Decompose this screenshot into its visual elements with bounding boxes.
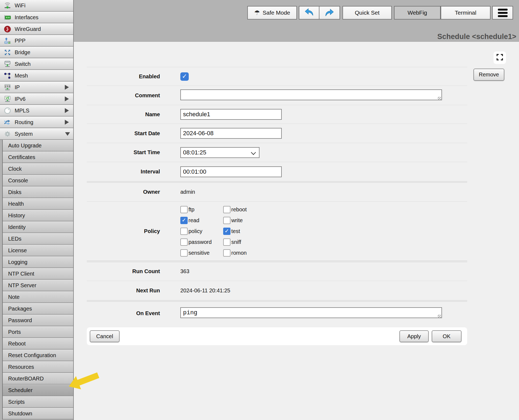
policy-option-label: romon <box>231 250 247 256</box>
checkbox-icon[interactable] <box>180 228 188 235</box>
comment-row: Comment <box>87 86 467 105</box>
sub-item-label: RouterBOARD <box>8 376 44 382</box>
sidebar-item-leds[interactable]: LEDs <box>3 233 73 245</box>
start-time-label: Start Time <box>87 149 160 156</box>
checkbox-icon[interactable] <box>223 228 230 235</box>
fullscreen-button[interactable] <box>494 51 506 64</box>
sidebar-item-label: IPv6 <box>15 96 25 102</box>
checkbox-icon[interactable] <box>180 238 188 246</box>
sidebar-item-identity[interactable]: Identity <box>3 221 73 233</box>
name-input[interactable] <box>180 109 282 120</box>
policy-ftp[interactable]: ftp <box>180 206 223 213</box>
policy-write[interactable]: write <box>223 217 283 224</box>
sidebar-item-reset-configuration[interactable]: Reset Configuration <box>3 350 73 361</box>
start-time-select[interactable]: 08:01:25 <box>180 147 260 158</box>
sidebar-item-note[interactable]: Note <box>3 291 73 303</box>
sidebar-item-license[interactable]: License <box>3 245 73 256</box>
owner-value: admin <box>180 189 195 195</box>
apply-button[interactable]: Apply <box>399 330 429 342</box>
routing-icon <box>4 119 11 126</box>
tab-terminal[interactable]: Terminal <box>441 6 491 20</box>
on-event-label: On Event <box>87 310 160 316</box>
policy-sniff[interactable]: sniff <box>223 238 283 246</box>
sidebar-item-label: PPP <box>15 38 25 44</box>
checkbox-icon[interactable] <box>180 249 188 257</box>
sidebar-item-interfaces[interactable]: Interfaces <box>0 12 73 23</box>
interval-input[interactable] <box>180 166 282 177</box>
sidebar-item-ports[interactable]: Ports <box>3 326 73 338</box>
sub-item-label: Health <box>8 201 24 207</box>
sidebar-item-bridge[interactable]: Bridge <box>0 47 73 58</box>
policy-policy[interactable]: policy <box>180 228 223 235</box>
sidebar-item-ppp[interactable]: 254 PPP <box>0 35 73 47</box>
sidebar-item-scripts[interactable]: Scripts <box>3 396 73 408</box>
next-run-row: Next Run 2024-06-11 20:41:25 <box>87 281 467 300</box>
on-event-input[interactable]: ping <box>180 307 442 318</box>
system-icon <box>4 130 11 138</box>
policy-romon[interactable]: romon <box>223 249 283 257</box>
start-date-input[interactable] <box>180 128 282 139</box>
sidebar-item-label: Switch <box>15 61 31 67</box>
sidebar-item-logging[interactable]: Logging <box>3 256 73 268</box>
sidebar-item-wifi[interactable]: WiFi <box>0 0 73 12</box>
checkbox-icon[interactable] <box>223 238 230 246</box>
sidebar-item-routing[interactable]: Routing <box>0 117 73 128</box>
enabled-checkbox[interactable] <box>180 72 189 81</box>
checkbox-icon[interactable] <box>180 217 188 224</box>
sidebar-item-mesh[interactable]: Mesh <box>0 70 73 82</box>
remove-label: Remove <box>479 72 499 78</box>
sidebar-item-scheduler[interactable]: Scheduler <box>3 385 73 396</box>
checkbox-icon[interactable] <box>180 206 188 213</box>
sidebar-item-disks[interactable]: Disks <box>3 186 73 198</box>
ok-button[interactable]: OK <box>432 330 462 342</box>
sidebar-item-mpls[interactable]: MPLS <box>0 105 73 117</box>
checkbox-icon[interactable] <box>223 206 230 213</box>
sidebar-item-packages[interactable]: Packages <box>3 303 73 315</box>
sidebar-item-resources[interactable]: Resources <box>3 361 73 373</box>
comment-input[interactable] <box>180 89 442 100</box>
policy-reboot[interactable]: reboot <box>223 206 283 213</box>
sidebar-item-history[interactable]: History <box>3 210 73 221</box>
start-date-row: Start Date <box>87 124 467 143</box>
remove-button[interactable]: Remove <box>473 69 504 81</box>
tab-webfig[interactable]: WebFig <box>394 6 441 20</box>
sidebar: WiFi Interfaces WireGuard 254 PPP Bridge… <box>0 0 74 420</box>
menu-button[interactable] <box>492 6 513 20</box>
sidebar-item-auto-upgrade[interactable]: Auto Upgrade <box>3 140 73 151</box>
sidebar-item-clock[interactable]: Clock <box>3 163 73 175</box>
sidebar-item-ntp-client[interactable]: NTP Client <box>3 268 73 280</box>
cancel-button[interactable]: Cancel <box>90 330 120 342</box>
policy-row: Policy ftp reboot read write policy test… <box>87 202 467 261</box>
sidebar-item-shutdown[interactable]: Shutdown <box>3 408 73 419</box>
undo-button[interactable] <box>299 6 319 20</box>
sidebar-item-ipv6[interactable]: v6 IPv6 <box>0 93 73 105</box>
sidebar-item-health[interactable]: Health <box>3 198 73 210</box>
submenu-arrow-icon <box>65 120 69 125</box>
policy-sensitive[interactable]: sensitive <box>180 249 223 257</box>
safe-mode-button[interactable]: ☂ Safe Mode <box>247 6 297 20</box>
checkbox-icon[interactable] <box>223 217 230 224</box>
redo-button[interactable] <box>319 6 340 20</box>
sidebar-item-routerboard[interactable]: RouterBOARD <box>3 373 73 385</box>
sidebar-item-ntp-server[interactable]: NTP Server <box>3 280 73 291</box>
sidebar-item-certificates[interactable]: Certificates <box>3 151 73 163</box>
sidebar-item-system[interactable]: System <box>0 128 73 140</box>
checkbox-icon[interactable] <box>223 249 230 257</box>
policy-password[interactable]: password <box>180 238 223 246</box>
policy-option-label: reboot <box>231 206 247 213</box>
run-count-label: Run Count <box>87 268 160 274</box>
enabled-row: Enabled <box>87 67 467 86</box>
policy-read[interactable]: read <box>180 217 223 224</box>
cancel-label: Cancel <box>96 333 113 340</box>
sidebar-item-ip[interactable]: 255 IP <box>0 82 73 93</box>
sub-item-label: License <box>8 247 27 254</box>
sidebar-item-wireguard[interactable]: WireGuard <box>0 23 73 35</box>
policy-test[interactable]: test <box>223 228 283 235</box>
sidebar-item-console[interactable]: Console <box>3 175 73 186</box>
sidebar-item-switch[interactable]: Switch <box>0 58 73 70</box>
sidebar-item-password[interactable]: Password <box>3 315 73 326</box>
sidebar-item-reboot[interactable]: Reboot <box>3 338 73 350</box>
action-bar: Cancel Apply OK <box>87 327 467 345</box>
tab-quick-set[interactable]: Quick Set <box>342 6 392 20</box>
name-label: Name <box>87 111 160 118</box>
